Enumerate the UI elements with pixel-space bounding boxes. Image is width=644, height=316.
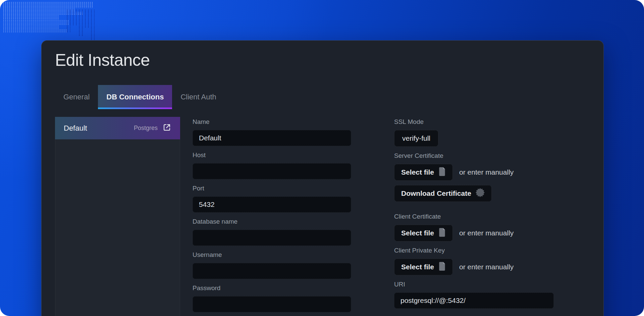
app-background: Edit Instance General DB Connections Cli… (0, 0, 644, 316)
uri-label: URI (394, 281, 554, 288)
server-cert-manual-link[interactable]: or enter manually (459, 168, 514, 176)
select-file-label: Select file (401, 168, 434, 176)
name-label: Name (193, 118, 351, 126)
external-link-icon[interactable] (162, 123, 171, 133)
server-certificate-label: Server Certificate (394, 152, 554, 160)
password-label: Password (193, 284, 351, 292)
glitch-pattern (3, 2, 94, 20)
file-icon (438, 228, 446, 238)
file-icon (438, 262, 446, 272)
ssl-mode-label: SSL Mode (394, 118, 554, 126)
client-key-manual-link[interactable]: or enter manually (459, 263, 514, 271)
database-name-label: Database name (193, 218, 351, 225)
port-label: Port (193, 185, 351, 192)
uri-input[interactable] (394, 292, 554, 309)
password-input[interactable] (193, 296, 351, 312)
connection-form: Name Host Port Database name (193, 117, 554, 316)
connection-list: Default Postgres (55, 117, 180, 316)
download-certificate-button[interactable]: Download Certificate (394, 185, 492, 202)
edit-instance-dialog: Edit Instance General DB Connections Cli… (41, 40, 604, 316)
tab-client-auth[interactable]: Client Auth (172, 85, 224, 109)
glitch-pattern (3, 20, 69, 33)
host-label: Host (193, 151, 351, 159)
tab-general[interactable]: General (55, 85, 98, 109)
ssl-mode-button[interactable]: verify-full (394, 130, 438, 147)
client-certificate-label: Client Certificate (394, 213, 554, 220)
file-icon (438, 167, 446, 178)
glitch-pattern (66, 9, 95, 41)
select-file-label: Select file (401, 263, 434, 271)
database-name-input[interactable] (193, 230, 351, 246)
client-cert-select-file-button[interactable]: Select file (394, 225, 453, 241)
host-input[interactable] (193, 163, 351, 179)
connection-type-label: Postgres (134, 125, 158, 132)
client-private-key-label: Client Private Key (394, 247, 554, 254)
client-key-select-file-button[interactable]: Select file (394, 259, 453, 275)
port-input[interactable] (193, 196, 351, 213)
tab-db-connections[interactable]: DB Connections (98, 85, 172, 109)
connection-list-empty-area (55, 139, 180, 316)
username-label: Username (193, 251, 351, 259)
username-input[interactable] (193, 263, 351, 279)
download-certificate-label: Download Certificate (401, 189, 471, 197)
tab-bar: General DB Connections Client Auth (55, 85, 590, 109)
dialog-content: Default Postgres (55, 117, 590, 316)
client-cert-manual-link[interactable]: or enter manually (459, 229, 514, 237)
select-file-label: Select file (401, 229, 434, 237)
page-title: Edit Instance (55, 51, 590, 70)
name-input[interactable] (193, 130, 351, 146)
server-cert-select-file-button[interactable]: Select file (394, 164, 453, 181)
certificate-seal-icon (476, 188, 485, 199)
connection-item-default[interactable]: Default Postgres (55, 117, 180, 139)
connection-name: Default (64, 124, 87, 133)
